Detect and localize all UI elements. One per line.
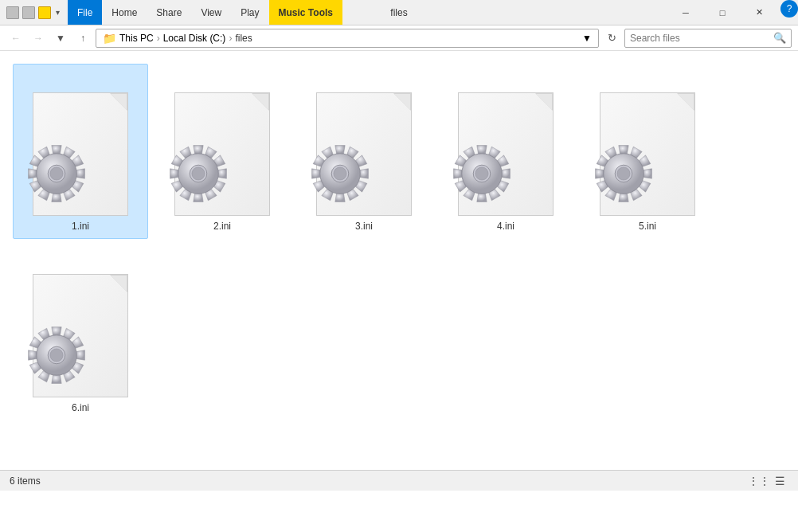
svg-point-14	[617, 167, 630, 180]
tab-view[interactable]: View	[191, 0, 231, 25]
tab-play[interactable]: Play	[231, 0, 268, 25]
file-area: 1.ini 2.ini	[0, 51, 798, 470]
help-button[interactable]: ?	[780, 0, 798, 18]
file-label: 2.ini	[213, 221, 231, 232]
tab-home[interactable]: Home	[102, 0, 147, 25]
minimize-button[interactable]: ─	[667, 0, 704, 25]
svg-point-5	[192, 167, 205, 180]
title-bar: ▾ File Home Share View Play Music Tools …	[0, 0, 798, 25]
file-label: 3.ini	[355, 221, 373, 232]
maximize-button[interactable]: □	[704, 0, 741, 25]
gear-icon	[162, 138, 234, 209]
tab-share[interactable]: Share	[147, 0, 191, 25]
path-this-pc[interactable]: This PC	[119, 33, 154, 44]
svg-point-8	[334, 167, 346, 180]
file-icon-wrapper	[592, 76, 703, 216]
recent-button[interactable]: ▼	[51, 29, 70, 48]
gear-icon	[21, 319, 92, 391]
file-item[interactable]: 3.ini	[296, 64, 432, 239]
list-view-button[interactable]: ☰	[771, 472, 788, 490]
refresh-button[interactable]: ↻	[602, 29, 621, 48]
folder-icon	[38, 6, 51, 19]
back-button[interactable]: ←	[6, 29, 25, 48]
path-files[interactable]: files	[235, 33, 252, 44]
file-icon-wrapper	[25, 76, 136, 216]
gear-icon	[588, 138, 659, 209]
file-label: 4.ini	[497, 221, 514, 232]
path-local-disk[interactable]: Local Disk (C:)	[163, 33, 226, 44]
file-page-fold	[110, 275, 127, 292]
file-page-fold	[393, 93, 411, 111]
svg-point-17	[50, 349, 63, 362]
address-path[interactable]: 📁 This PC › Local Disk (C:) › files ▼	[96, 29, 599, 48]
file-item[interactable]: 4.ini	[438, 64, 573, 239]
file-item[interactable]: 6.ini	[13, 245, 148, 421]
file-page-fold	[252, 93, 269, 111]
view-controls: ⋮⋮ ☰	[750, 472, 788, 490]
file-label: 6.ini	[72, 402, 89, 413]
file-icon-wrapper	[308, 76, 420, 216]
file-icon-wrapper	[25, 258, 136, 397]
svg-point-2	[50, 167, 63, 180]
address-bar: ← → ▼ ↑ 📁 This PC › Local Disk (C:) › fi…	[0, 25, 798, 51]
file-item[interactable]: 1.ini	[13, 64, 148, 239]
ribbon-tab-bar: File Home Share View Play Music Tools	[68, 0, 342, 25]
window-title: files	[390, 7, 407, 18]
undo-icon	[22, 6, 35, 19]
path-folder-icon: 📁	[103, 32, 116, 45]
quick-access-icon	[6, 6, 19, 19]
gear-icon	[446, 138, 518, 209]
main-content: 1.ini 2.ini	[0, 51, 798, 470]
file-item[interactable]: 5.ini	[580, 64, 715, 239]
dropdown-arrow-icon[interactable]: ▾	[54, 6, 61, 18]
forward-button[interactable]: →	[29, 29, 48, 48]
search-input[interactable]	[630, 33, 770, 44]
gear-icon	[304, 138, 376, 209]
file-label: 5.ini	[639, 221, 656, 232]
tab-music-tools[interactable]: Music Tools	[269, 0, 342, 25]
close-button[interactable]: ✕	[741, 0, 777, 25]
search-box: 🔍	[624, 29, 792, 48]
file-page-fold	[535, 93, 553, 111]
search-icon: 🔍	[773, 32, 786, 44]
title-bar-icons: ▾	[6, 6, 61, 19]
window-controls: ─ □ ✕ ?	[667, 0, 798, 25]
gear-icon	[21, 138, 92, 209]
file-label: 1.ini	[72, 221, 89, 232]
file-icon-wrapper	[450, 76, 561, 216]
file-icon-wrapper	[166, 76, 278, 216]
svg-point-11	[475, 167, 488, 180]
file-page-fold	[110, 93, 127, 111]
large-icons-view-button[interactable]: ⋮⋮	[750, 472, 768, 490]
item-count: 6 items	[10, 475, 41, 487]
status-bar: 6 items ⋮⋮ ☰	[0, 470, 798, 491]
file-item[interactable]: 2.ini	[155, 64, 290, 239]
up-button[interactable]: ↑	[73, 29, 92, 48]
file-page-fold	[677, 93, 694, 111]
tab-file[interactable]: File	[68, 0, 102, 25]
